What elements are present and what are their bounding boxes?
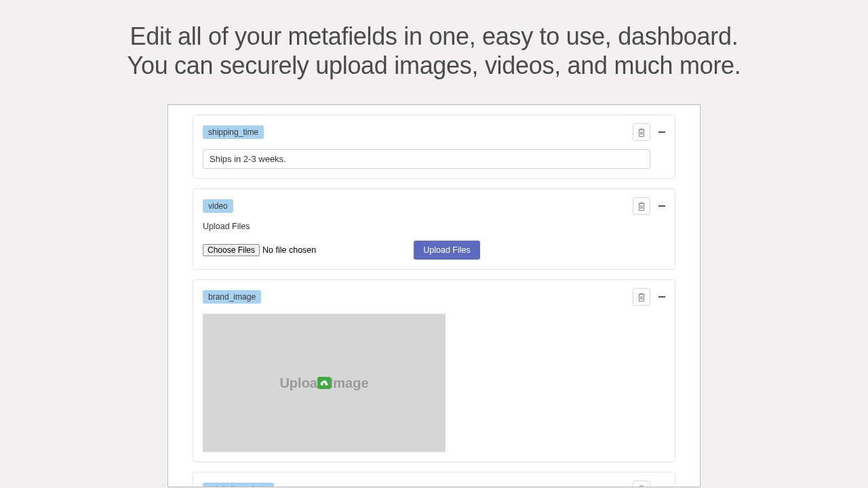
delete-button[interactable] [633, 481, 650, 487]
metafield-card-brand-image: brand_image Upload Image [193, 279, 675, 462]
headline-line-1: Edit all of your metafields in one, easy… [0, 22, 868, 51]
trash-icon [637, 293, 646, 302]
shipping-time-input[interactable] [203, 149, 650, 169]
upload-files-button[interactable]: Upload Files [414, 241, 479, 260]
cloud-upload-icon [317, 377, 331, 389]
delete-button[interactable] [633, 197, 650, 215]
dashboard-panel: shipping_time video [167, 104, 701, 487]
delete-button[interactable] [633, 123, 650, 141]
metafield-card-shipping-time: shipping_time [193, 115, 675, 179]
metafield-card-related-products: related_products Remove [193, 472, 675, 487]
delete-button[interactable] [633, 288, 650, 306]
file-picker[interactable]: Choose Files No file chosen [203, 244, 316, 256]
metafield-tag: related_products [203, 483, 274, 487]
trash-icon [637, 128, 646, 137]
trash-icon [637, 202, 646, 211]
choose-files-button[interactable]: Choose Files [203, 244, 260, 256]
collapse-icon[interactable] [658, 205, 665, 207]
no-file-chosen-label: No file chosen [262, 245, 316, 255]
metafield-tag: video [203, 199, 233, 213]
metafield-tag: shipping_time [203, 125, 264, 139]
upload-files-label: Upload Files [203, 222, 665, 231]
metafield-card-video: video Upload Files Choose Files No file … [193, 188, 675, 270]
trash-icon [637, 485, 646, 488]
metafield-tag: brand_image [203, 290, 261, 304]
collapse-icon[interactable] [658, 296, 665, 298]
image-upload-dropzone[interactable]: Upload Image [203, 314, 446, 452]
headline-line-2: You can securely upload images, videos, … [0, 51, 868, 80]
page-headline: Edit all of your metafields in one, easy… [0, 0, 868, 80]
collapse-icon[interactable] [658, 131, 665, 133]
